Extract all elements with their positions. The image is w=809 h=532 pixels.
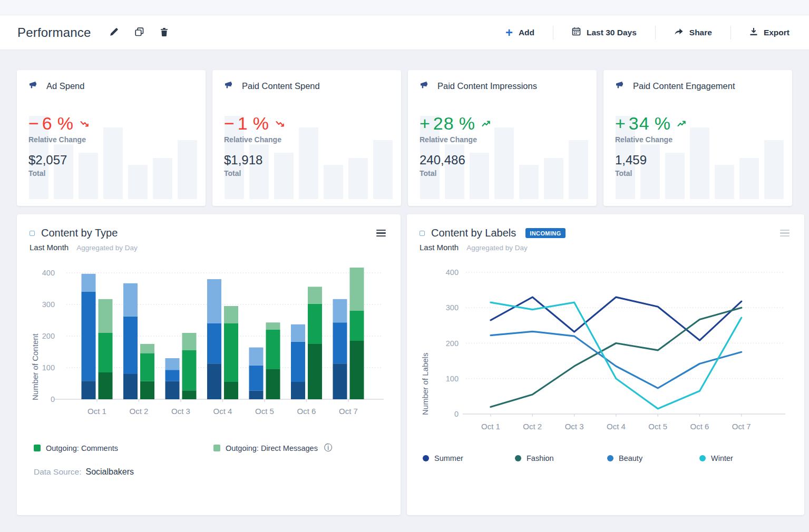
chart-legend: Outgoing: Comments Outgoing: Direct Mess… — [30, 442, 388, 454]
svg-text:Oct 2: Oct 2 — [523, 422, 542, 431]
bar-segment-green-dark[interactable] — [224, 382, 238, 399]
bar-segment-green-mid[interactable] — [224, 323, 238, 382]
kpi-card-ad-spend[interactable]: Ad Spend −6% Relative Change $2,057 Tota… — [17, 70, 206, 206]
kpi-title: Ad Spend — [46, 81, 84, 91]
bar-segment-blue-light[interactable] — [165, 358, 180, 370]
legend-item-outgoing-comments[interactable]: Outgoing: Comments — [34, 444, 213, 452]
legend-dot — [423, 455, 429, 461]
bar-segment-blue-mid[interactable] — [249, 366, 264, 391]
megaphone-icon — [420, 81, 430, 91]
bar-segment-green-dark[interactable] — [140, 381, 154, 399]
bar-segment-green-mid[interactable] — [266, 330, 280, 369]
bar-segment-blue-light[interactable] — [291, 324, 305, 342]
bar-segment-blue-dark[interactable] — [249, 391, 264, 399]
trend-arrow-icon — [482, 120, 491, 127]
bar-segment-blue-light[interactable] — [82, 274, 96, 292]
widget-checkbox-icon[interactable] — [30, 231, 35, 236]
trend-arrow-icon — [276, 120, 285, 127]
widget-checkbox-icon[interactable] — [420, 231, 425, 236]
bar-segment-green-light[interactable] — [140, 344, 154, 353]
y-axis-label: Number of Labels — [421, 272, 430, 415]
line-chart[interactable]: 0100200300400Oct 1Oct 2Oct 3Oct 4Oct 5Oc… — [420, 268, 788, 434]
bar-segment-green-mid[interactable] — [182, 350, 197, 390]
chart-menu-button[interactable] — [374, 228, 388, 239]
svg-text:Oct 1: Oct 1 — [481, 422, 500, 431]
legend-dot — [607, 455, 613, 461]
chart-title: Content by Labels — [431, 227, 516, 239]
bar-segment-blue-light[interactable] — [207, 279, 221, 323]
download-icon — [749, 27, 758, 38]
bar-segment-blue-dark[interactable] — [123, 374, 138, 399]
chart-period: Last Month — [420, 243, 459, 252]
bar-segment-blue-mid[interactable] — [333, 322, 347, 363]
bar-segment-blue-dark[interactable] — [82, 381, 96, 399]
duplicate-button[interactable] — [134, 26, 145, 39]
bar-segment-green-light[interactable] — [266, 322, 280, 330]
bar-segment-blue-dark[interactable] — [291, 382, 305, 399]
bar-segment-green-mid[interactable] — [140, 353, 154, 381]
kpi-total-value: $2,057 — [28, 153, 194, 168]
svg-text:Oct 7: Oct 7 — [339, 407, 358, 416]
chart-card-content-by-type: Content by Type Last Month Aggregated by… — [17, 214, 401, 515]
bar-segment-blue-mid[interactable] — [82, 292, 96, 381]
incoming-badge: INCOMING — [525, 228, 565, 238]
line-series-fashion[interactable] — [491, 308, 742, 407]
bar-segment-blue-mid[interactable] — [207, 323, 221, 363]
svg-text:Oct 4: Oct 4 — [213, 407, 232, 416]
bar-segment-green-dark[interactable] — [99, 372, 113, 399]
legend-item-fashion[interactable]: Fashion — [515, 454, 607, 462]
bar-segment-blue-mid[interactable] — [165, 370, 180, 381]
share-label: Share — [689, 28, 712, 37]
edit-button[interactable] — [109, 26, 120, 39]
bar-segment-green-light[interactable] — [308, 287, 322, 303]
dashboard: Ad Spend −6% Relative Change $2,057 Tota… — [0, 70, 809, 515]
kpi-change-value: +28% — [420, 113, 585, 134]
bar-segment-blue-dark[interactable] — [333, 363, 347, 399]
bar-segment-blue-light[interactable] — [333, 299, 347, 322]
bar-segment-blue-mid[interactable] — [291, 342, 305, 382]
kpi-card-paid-content-impressions[interactable]: Paid Content Impressions +28% Relative C… — [408, 70, 597, 206]
stacked-bar-chart[interactable]: 0100200300400Oct 1Oct 2Oct 3Oct 4Oct 5Oc… — [30, 268, 387, 419]
date-range-button[interactable]: Last 30 Days — [570, 24, 639, 41]
bar-segment-green-dark[interactable] — [308, 344, 322, 399]
kpi-total-label: Total — [224, 169, 389, 178]
bar-segment-green-light[interactable] — [350, 268, 364, 311]
legend-item-summer[interactable]: Summer — [423, 454, 515, 462]
svg-text:400: 400 — [446, 268, 459, 277]
bar-segment-blue-mid[interactable] — [123, 317, 138, 374]
add-button-label: Add — [519, 28, 534, 37]
bar-segment-blue-dark[interactable] — [165, 381, 180, 399]
add-button[interactable]: + Add — [503, 25, 537, 41]
kpi-row: Ad Spend −6% Relative Change $2,057 Tota… — [17, 70, 792, 206]
bar-segment-green-dark[interactable] — [182, 390, 197, 399]
legend-item-winter[interactable]: Winter — [699, 454, 792, 462]
legend-item-outgoing-direct-messages[interactable]: Outgoing: Direct Messages ⓘ — [213, 442, 333, 454]
header-bar: Performance + Add Last 30 Days — [0, 15, 809, 50]
bar-segment-green-mid[interactable] — [308, 304, 322, 344]
svg-text:0: 0 — [51, 395, 55, 403]
kpi-card-paid-content-spend[interactable]: Paid Content Spend −1% Relative Change $… — [212, 70, 401, 206]
bar-segment-green-mid[interactable] — [99, 333, 113, 372]
legend-item-beauty[interactable]: Beauty — [607, 454, 699, 462]
bar-segment-green-light[interactable] — [99, 299, 113, 333]
share-button[interactable]: Share — [672, 24, 714, 41]
bar-segment-blue-light[interactable] — [249, 348, 264, 366]
svg-text:Oct 5: Oct 5 — [255, 407, 274, 416]
calendar-icon — [572, 27, 581, 38]
bar-segment-green-light[interactable] — [182, 333, 197, 350]
bar-segment-green-dark[interactable] — [350, 341, 364, 399]
kpi-card-paid-content-engagement[interactable]: Paid Content Engagement +34% Relative Ch… — [603, 70, 792, 206]
info-icon[interactable]: ⓘ — [324, 442, 333, 454]
line-series-beauty[interactable] — [491, 331, 742, 388]
y-axis-label: Number of Content — [31, 272, 40, 400]
charts-row: Content by Type Last Month Aggregated by… — [17, 214, 792, 515]
bar-segment-green-light[interactable] — [224, 306, 238, 323]
chart-menu-button[interactable] — [778, 228, 792, 239]
bar-segment-blue-light[interactable] — [123, 283, 138, 317]
export-button[interactable]: Export — [747, 24, 792, 41]
svg-text:Oct 1: Oct 1 — [87, 407, 106, 416]
bar-segment-blue-dark[interactable] — [207, 363, 221, 399]
bar-segment-green-mid[interactable] — [350, 311, 364, 341]
delete-button[interactable] — [159, 26, 169, 39]
bar-segment-green-dark[interactable] — [266, 369, 280, 399]
